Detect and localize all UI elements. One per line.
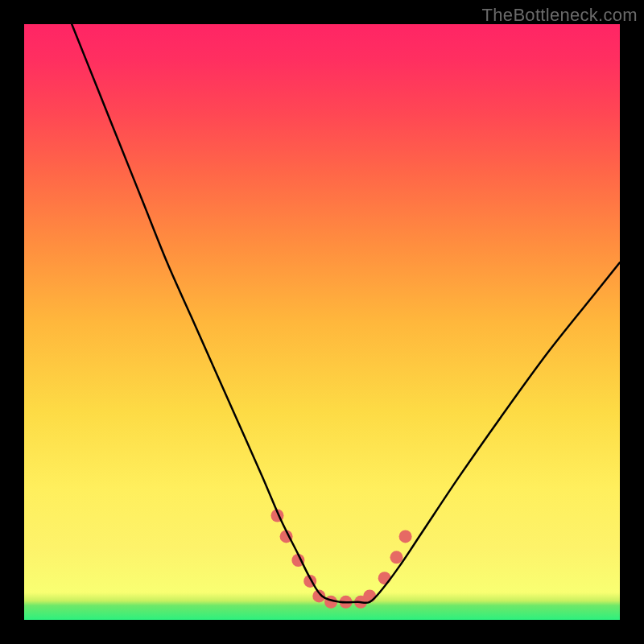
highlight-dot bbox=[363, 589, 376, 602]
highlight-dot bbox=[399, 530, 412, 543]
curve-line bbox=[72, 24, 620, 603]
highlight-dot bbox=[390, 551, 403, 564]
watermark-text: TheBottleneck.com bbox=[482, 5, 638, 26]
chart-gradient-bg bbox=[24, 24, 620, 620]
chart-svg bbox=[24, 24, 620, 620]
markers-group bbox=[271, 510, 412, 609]
chart-root: TheBottleneck.com bbox=[0, 0, 644, 644]
highlight-dot bbox=[378, 572, 391, 584]
